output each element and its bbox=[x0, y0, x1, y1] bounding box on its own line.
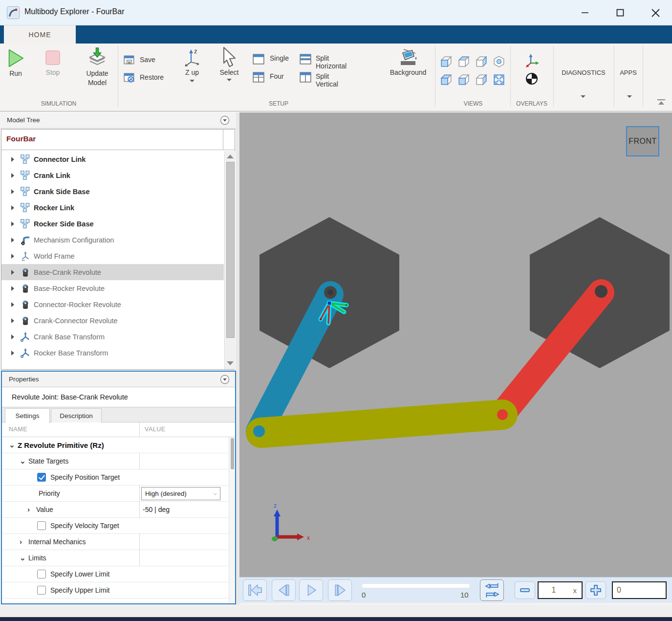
apps-button[interactable]: APPS bbox=[614, 69, 643, 76]
tree-item[interactable]: Rocker Link bbox=[1, 200, 224, 216]
checkbox-checked[interactable] bbox=[37, 473, 46, 482]
close-button[interactable] bbox=[641, 4, 670, 22]
cube-front-view-button[interactable] bbox=[439, 54, 454, 69]
play-button[interactable] bbox=[299, 579, 323, 601]
expand-triangle-icon[interactable] bbox=[11, 302, 14, 307]
tree-item[interactable]: Base-Crank Revolute bbox=[1, 264, 224, 280]
property-row[interactable]: Specify Velocity Target bbox=[2, 518, 228, 534]
split-horizontal-button[interactable]: Split Horizontal bbox=[299, 53, 312, 67]
priority-dropdown[interactable]: High (desired) bbox=[141, 487, 220, 500]
tab-home[interactable]: HOME bbox=[4, 25, 76, 44]
chevron-down-icon[interactable]: ⌄ bbox=[20, 555, 26, 560]
expand-triangle-icon[interactable] bbox=[11, 189, 14, 194]
panel-divider[interactable] bbox=[236, 112, 239, 605]
expand-triangle-icon[interactable] bbox=[11, 173, 14, 178]
zup-dropdown-arrow[interactable] bbox=[190, 80, 195, 82]
tree-scrollbar[interactable] bbox=[224, 151, 236, 369]
chevron-down-icon[interactable]: ⌄ bbox=[20, 459, 26, 464]
expand-triangle-icon[interactable] bbox=[11, 254, 14, 259]
cube-corner-view-button[interactable] bbox=[439, 72, 454, 87]
expand-triangle-icon[interactable] bbox=[11, 238, 14, 243]
iso-sphere-view-button[interactable] bbox=[492, 54, 506, 69]
tab-description[interactable]: Description bbox=[51, 408, 102, 422]
single-view-button[interactable]: Single bbox=[252, 53, 265, 67]
update-model-button[interactable]: Update Model bbox=[81, 46, 113, 88]
four-view-button[interactable]: Four bbox=[252, 71, 265, 85]
tree-item[interactable]: Crank Side Base bbox=[1, 183, 224, 200]
property-value[interactable]: -50 | deg bbox=[143, 506, 170, 513]
step-back-button[interactable] bbox=[272, 579, 296, 601]
expand-triangle-icon[interactable] bbox=[11, 157, 14, 162]
expand-triangle-icon[interactable] bbox=[11, 286, 14, 291]
speed-field[interactable]: 1 x bbox=[538, 581, 583, 599]
property-row[interactable]: Specify Position Target bbox=[2, 469, 228, 486]
decrease-speed-button[interactable] bbox=[515, 581, 535, 599]
tab-settings[interactable]: Settings bbox=[5, 408, 50, 423]
chevron-right-icon[interactable]: › bbox=[20, 539, 26, 544]
properties-collapse-button[interactable] bbox=[220, 375, 230, 384]
increase-speed-button[interactable] bbox=[585, 581, 606, 599]
center-of-mass-overlay-button[interactable] bbox=[525, 72, 539, 88]
tree-item[interactable]: Rocker Base Transform bbox=[1, 345, 224, 361]
diagnostics-button[interactable]: DIAGNOSTICS bbox=[553, 69, 614, 76]
property-row[interactable]: ⌄Limits bbox=[2, 550, 228, 566]
property-row[interactable]: PriorityHigh (desired) bbox=[2, 486, 228, 502]
tree-item[interactable]: Crank Base Transform bbox=[1, 329, 224, 345]
property-row[interactable]: ›Value-50 | deg bbox=[2, 502, 228, 518]
tree-item[interactable]: World Frame bbox=[1, 248, 224, 264]
property-row[interactable]: Specify Upper Limit bbox=[2, 582, 228, 599]
expand-triangle-icon[interactable] bbox=[11, 205, 14, 210]
run-button[interactable]: Run bbox=[3, 47, 28, 78]
tree-item[interactable]: Connector-Rocker Revolute bbox=[1, 296, 224, 312]
expand-triangle-icon[interactable] bbox=[11, 222, 14, 226]
zup-button[interactable]: z Z up bbox=[179, 47, 205, 82]
property-row[interactable]: ›Internal Mechanics bbox=[2, 534, 228, 550]
property-row[interactable]: Specify Lower Limit bbox=[2, 566, 228, 582]
property-row[interactable]: ⌄State Targets bbox=[2, 453, 228, 469]
scroll-down-icon[interactable] bbox=[227, 361, 234, 365]
select-button[interactable]: Select bbox=[216, 46, 242, 81]
scroll-up-icon[interactable] bbox=[227, 155, 234, 158]
tree-item[interactable]: Connector Link bbox=[1, 151, 224, 167]
chevron-right-icon[interactable]: › bbox=[27, 507, 34, 512]
tree-root-row[interactable]: FourBar bbox=[1, 130, 235, 150]
diagnostics-dropdown-arrow[interactable] bbox=[581, 95, 585, 98]
viewport-3d[interactable]: z x FRONT bbox=[239, 112, 672, 577]
tree-item[interactable]: Rocker Side Base bbox=[1, 216, 224, 232]
expand-triangle-icon[interactable] bbox=[11, 270, 14, 275]
tree-item[interactable]: Crank-Connector Revolute bbox=[1, 312, 224, 329]
model-tree-collapse-button[interactable] bbox=[220, 115, 230, 125]
step-forward-button[interactable] bbox=[328, 579, 352, 601]
time-slider[interactable] bbox=[362, 583, 470, 588]
checkbox-unchecked[interactable] bbox=[37, 570, 46, 578]
expand-triangle-icon[interactable] bbox=[11, 351, 14, 355]
property-row[interactable]: ⌄Z Revolute Primitive (Rz) bbox=[2, 437, 228, 453]
apps-dropdown-arrow[interactable] bbox=[627, 95, 632, 98]
cube-left-view-button[interactable] bbox=[474, 54, 489, 69]
properties-scrollbar[interactable] bbox=[229, 437, 235, 603]
tree-item[interactable]: Base-Rocker Revolute bbox=[1, 280, 224, 296]
split-vertical-button[interactable]: Split Vertical bbox=[299, 71, 312, 85]
frame-overlay-button[interactable] bbox=[524, 52, 540, 70]
view-orientation-badge[interactable]: FRONT bbox=[626, 126, 659, 156]
cube-top-view-button[interactable] bbox=[456, 54, 471, 69]
maximize-button[interactable] bbox=[606, 4, 634, 22]
cube-right-view-button[interactable] bbox=[474, 72, 489, 87]
chevron-down-icon[interactable]: ⌄ bbox=[9, 443, 16, 447]
select-dropdown-arrow[interactable] bbox=[227, 79, 232, 81]
collapse-ribbon-button[interactable] bbox=[655, 98, 668, 106]
background-button[interactable]: Background bbox=[387, 48, 429, 77]
go-to-start-button[interactable] bbox=[243, 579, 267, 601]
time-field[interactable]: 0 bbox=[612, 581, 667, 599]
checkbox-unchecked[interactable] bbox=[37, 521, 46, 530]
fit-view-view-button[interactable] bbox=[492, 72, 506, 87]
tree-item[interactable]: Crank Link bbox=[1, 167, 224, 183]
properties-scroll-thumb[interactable] bbox=[231, 438, 234, 469]
tree-item[interactable]: Mechanism Configuration bbox=[1, 232, 224, 248]
expand-triangle-icon[interactable] bbox=[11, 318, 14, 323]
restore-button[interactable]: Restore bbox=[123, 72, 136, 87]
save-button[interactable]: Save bbox=[123, 54, 136, 69]
expand-triangle-icon[interactable] bbox=[11, 334, 14, 339]
minimize-button[interactable] bbox=[571, 4, 599, 22]
loop-button[interactable] bbox=[480, 579, 504, 601]
